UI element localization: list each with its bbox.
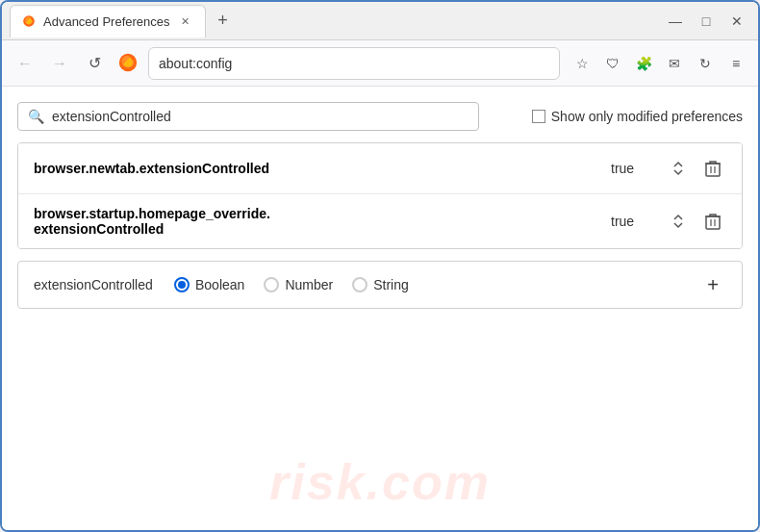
show-modified-label: Show only modified preferences [551, 109, 743, 124]
browser-tab[interactable]: Advanced Preferences ✕ [10, 5, 206, 38]
pref-value: true [611, 161, 649, 176]
show-modified-option[interactable]: Show only modified preferences [532, 109, 743, 124]
window-controls: — □ ✕ [662, 8, 750, 35]
pref-name-line2: extensionControlled [34, 221, 595, 237]
results-table: browser.newtab.extensionControlled true [17, 142, 743, 249]
pref-name: browser.newtab.extensionControlled [34, 161, 595, 176]
shield-icon[interactable]: 🛡 [598, 49, 627, 78]
radio-number-circle[interactable] [264, 277, 279, 292]
radio-number-label: Number [285, 277, 333, 292]
delete-button[interactable] [699, 208, 726, 235]
new-tab-button[interactable]: + [210, 8, 237, 35]
toggle-button[interactable] [665, 155, 692, 182]
sync-icon[interactable]: ↻ [691, 49, 720, 78]
pref-name-multiline: browser.startup.homepage_override. exten… [34, 206, 595, 237]
back-button[interactable]: ← [10, 48, 40, 79]
toggle-button[interactable] [665, 208, 692, 235]
row-actions [665, 155, 726, 182]
minimize-button[interactable]: — [662, 8, 689, 35]
pref-name-line1: browser.startup.homepage_override. [34, 206, 595, 221]
radio-string-label: String [373, 277, 409, 292]
firefox-logo [117, 52, 140, 75]
radio-boolean-circle[interactable] [174, 277, 190, 292]
delete-button[interactable] [699, 155, 726, 182]
table-row: browser.newtab.extensionControlled true [18, 143, 742, 194]
forward-button[interactable]: → [44, 48, 75, 79]
show-modified-checkbox[interactable] [532, 110, 545, 123]
table-row: browser.startup.homepage_override. exten… [18, 194, 742, 248]
address-text: about:config [159, 56, 549, 71]
tab-close-btn[interactable]: ✕ [178, 13, 193, 29]
close-button[interactable]: ✕ [723, 8, 750, 35]
content-area: 🔍 Show only modified preferences browser… [2, 87, 758, 530]
radio-string-circle[interactable] [352, 277, 367, 292]
radio-boolean[interactable]: Boolean [174, 277, 244, 292]
search-bar: 🔍 Show only modified preferences [17, 102, 743, 131]
title-bar: Advanced Preferences ✕ + — □ ✕ [2, 2, 758, 40]
svg-rect-5 [706, 216, 720, 229]
pref-value: true [611, 214, 649, 229]
search-input[interactable] [52, 109, 469, 124]
add-preference-button[interactable]: + [699, 271, 726, 298]
extension-icon[interactable]: 🧩 [629, 49, 658, 78]
tab-favicon [22, 14, 36, 28]
watermark: risk.com [269, 453, 491, 511]
profile-icon[interactable]: ✉ [660, 49, 689, 78]
radio-boolean-label: Boolean [195, 277, 244, 292]
menu-icon[interactable]: ≡ [722, 49, 750, 78]
search-icon: 🔍 [28, 109, 44, 124]
browser-window: Advanced Preferences ✕ + — □ ✕ ← → ↺ abo… [0, 0, 760, 532]
bookmark-icon[interactable]: ☆ [568, 49, 596, 78]
nav-toolbar-icons: ☆ 🛡 🧩 ✉ ↻ ≡ [568, 49, 750, 78]
radio-string[interactable]: String [352, 277, 409, 292]
tab-label: Advanced Preferences [43, 14, 170, 29]
address-bar[interactable]: about:config [148, 47, 560, 80]
svg-rect-2 [706, 164, 720, 176]
refresh-button[interactable]: ↺ [79, 48, 110, 79]
radio-number[interactable]: Number [264, 277, 333, 292]
nav-bar: ← → ↺ about:config ☆ 🛡 🧩 ✉ ↻ ≡ [2, 40, 758, 87]
maximize-button[interactable]: □ [693, 8, 720, 35]
add-preference-row: extensionControlled Boolean Number Strin… [17, 261, 743, 309]
new-pref-name: extensionControlled [34, 277, 159, 292]
search-input-wrapper[interactable]: 🔍 [17, 102, 479, 131]
type-radio-group: Boolean Number String [174, 277, 684, 292]
row-actions [665, 208, 726, 235]
